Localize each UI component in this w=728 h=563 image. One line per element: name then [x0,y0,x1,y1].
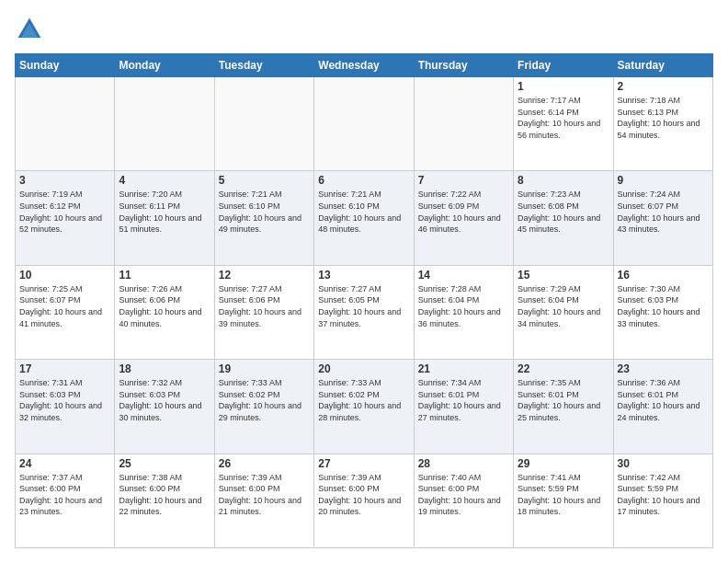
day-info: Sunrise: 7:22 AM Sunset: 6:09 PM Dayligh… [418,189,509,235]
calendar-cell: 15Sunrise: 7:29 AM Sunset: 6:04 PM Dayli… [514,265,613,359]
calendar-cell: 1Sunrise: 7:17 AM Sunset: 6:14 PM Daylig… [514,77,613,171]
calendar-cell: 7Sunrise: 7:22 AM Sunset: 6:09 PM Daylig… [414,171,513,265]
calendar-cell: 22Sunrise: 7:35 AM Sunset: 6:01 PM Dayli… [514,360,613,454]
calendar-cell: 23Sunrise: 7:36 AM Sunset: 6:01 PM Dayli… [613,360,712,454]
calendar-cell: 16Sunrise: 7:30 AM Sunset: 6:03 PM Dayli… [613,265,712,359]
calendar-cell: 30Sunrise: 7:42 AM Sunset: 5:59 PM Dayli… [613,454,712,547]
calendar-cell: 24Sunrise: 7:37 AM Sunset: 6:00 PM Dayli… [16,454,115,547]
calendar-cell: 29Sunrise: 7:41 AM Sunset: 5:59 PM Dayli… [514,454,613,547]
day-number: 10 [19,269,110,282]
day-number: 28 [418,457,509,470]
calendar-cell: 27Sunrise: 7:39 AM Sunset: 6:00 PM Dayli… [314,454,414,547]
day-number: 6 [318,174,409,187]
calendar-row: 3Sunrise: 7:19 AM Sunset: 6:12 PM Daylig… [16,171,713,265]
day-number: 15 [518,269,609,282]
calendar-cell: 5Sunrise: 7:21 AM Sunset: 6:10 PM Daylig… [214,171,313,265]
calendar-day-header: Sunday [16,54,115,77]
day-info: Sunrise: 7:28 AM Sunset: 6:04 PM Dayligh… [418,283,509,329]
calendar-cell [314,77,414,171]
calendar-day-header: Monday [115,54,214,77]
day-number: 29 [518,457,609,470]
calendar-day-header: Thursday [414,54,513,77]
calendar-row: 1Sunrise: 7:17 AM Sunset: 6:14 PM Daylig… [16,77,713,171]
calendar-cell: 17Sunrise: 7:31 AM Sunset: 6:03 PM Dayli… [16,360,115,454]
day-info: Sunrise: 7:23 AM Sunset: 6:08 PM Dayligh… [518,189,609,235]
day-number: 17 [19,362,110,375]
calendar-cell [414,77,513,171]
calendar-cell [214,77,313,171]
day-number: 13 [318,269,409,282]
day-info: Sunrise: 7:19 AM Sunset: 6:12 PM Dayligh… [19,189,110,235]
day-info: Sunrise: 7:40 AM Sunset: 6:00 PM Dayligh… [418,472,509,518]
calendar-day-header: Wednesday [314,54,414,77]
day-number: 4 [119,174,210,187]
day-info: Sunrise: 7:37 AM Sunset: 6:00 PM Dayligh… [19,472,110,518]
day-info: Sunrise: 7:17 AM Sunset: 6:14 PM Dayligh… [518,95,609,141]
calendar-day-header: Friday [514,54,613,77]
day-info: Sunrise: 7:24 AM Sunset: 6:07 PM Dayligh… [618,189,709,235]
day-info: Sunrise: 7:21 AM Sunset: 6:10 PM Dayligh… [318,189,409,235]
day-info: Sunrise: 7:31 AM Sunset: 6:03 PM Dayligh… [19,377,110,423]
day-info: Sunrise: 7:30 AM Sunset: 6:03 PM Dayligh… [618,283,709,329]
calendar-cell [16,77,115,171]
calendar-cell: 18Sunrise: 7:32 AM Sunset: 6:03 PM Dayli… [115,360,214,454]
day-number: 7 [418,174,509,187]
day-number: 11 [119,269,210,282]
calendar-row: 10Sunrise: 7:25 AM Sunset: 6:07 PM Dayli… [16,265,713,359]
day-number: 21 [418,362,509,375]
day-info: Sunrise: 7:42 AM Sunset: 5:59 PM Dayligh… [618,472,709,518]
day-info: Sunrise: 7:39 AM Sunset: 6:00 PM Dayligh… [219,472,310,518]
calendar-cell: 10Sunrise: 7:25 AM Sunset: 6:07 PM Dayli… [16,265,115,359]
day-info: Sunrise: 7:27 AM Sunset: 6:05 PM Dayligh… [318,283,409,329]
day-number: 19 [219,362,310,375]
day-number: 23 [618,362,709,375]
day-number: 2 [618,80,709,93]
day-number: 20 [318,362,409,375]
calendar-cell: 26Sunrise: 7:39 AM Sunset: 6:00 PM Dayli… [214,454,313,547]
day-number: 5 [219,174,310,187]
day-number: 12 [219,269,310,282]
day-info: Sunrise: 7:33 AM Sunset: 6:02 PM Dayligh… [318,377,409,423]
day-number: 16 [618,269,709,282]
day-info: Sunrise: 7:18 AM Sunset: 6:13 PM Dayligh… [618,95,709,141]
logo-icon [15,15,44,44]
day-number: 30 [618,457,709,470]
calendar-cell: 9Sunrise: 7:24 AM Sunset: 6:07 PM Daylig… [613,171,712,265]
day-info: Sunrise: 7:21 AM Sunset: 6:10 PM Dayligh… [219,189,310,235]
calendar-cell: 6Sunrise: 7:21 AM Sunset: 6:10 PM Daylig… [314,171,414,265]
day-info: Sunrise: 7:38 AM Sunset: 6:00 PM Dayligh… [119,472,210,518]
day-number: 8 [518,174,609,187]
day-info: Sunrise: 7:36 AM Sunset: 6:01 PM Dayligh… [618,377,709,423]
calendar-cell: 25Sunrise: 7:38 AM Sunset: 6:00 PM Dayli… [115,454,214,547]
day-info: Sunrise: 7:35 AM Sunset: 6:01 PM Dayligh… [518,377,609,423]
calendar-cell: 13Sunrise: 7:27 AM Sunset: 6:05 PM Dayli… [314,265,414,359]
calendar-cell: 28Sunrise: 7:40 AM Sunset: 6:00 PM Dayli… [414,454,513,547]
calendar-cell: 11Sunrise: 7:26 AM Sunset: 6:06 PM Dayli… [115,265,214,359]
day-number: 1 [518,80,609,93]
calendar-day-header: Tuesday [214,54,313,77]
day-number: 3 [19,174,110,187]
calendar-cell [115,77,214,171]
day-info: Sunrise: 7:39 AM Sunset: 6:00 PM Dayligh… [318,472,409,518]
day-info: Sunrise: 7:25 AM Sunset: 6:07 PM Dayligh… [19,283,110,329]
day-info: Sunrise: 7:41 AM Sunset: 5:59 PM Dayligh… [518,472,609,518]
day-number: 26 [219,457,310,470]
day-number: 25 [119,457,210,470]
logo [15,15,48,44]
calendar-cell: 12Sunrise: 7:27 AM Sunset: 6:06 PM Dayli… [214,265,313,359]
calendar-cell: 14Sunrise: 7:28 AM Sunset: 6:04 PM Dayli… [414,265,513,359]
day-number: 14 [418,269,509,282]
calendar-cell: 2Sunrise: 7:18 AM Sunset: 6:13 PM Daylig… [613,77,712,171]
calendar-cell: 19Sunrise: 7:33 AM Sunset: 6:02 PM Dayli… [214,360,313,454]
day-info: Sunrise: 7:27 AM Sunset: 6:06 PM Dayligh… [219,283,310,329]
day-number: 27 [318,457,409,470]
header [15,15,713,44]
calendar-cell: 8Sunrise: 7:23 AM Sunset: 6:08 PM Daylig… [514,171,613,265]
page: SundayMondayTuesdayWednesdayThursdayFrid… [0,0,728,563]
day-info: Sunrise: 7:29 AM Sunset: 6:04 PM Dayligh… [518,283,609,329]
calendar-cell: 21Sunrise: 7:34 AM Sunset: 6:01 PM Dayli… [414,360,513,454]
day-info: Sunrise: 7:33 AM Sunset: 6:02 PM Dayligh… [219,377,310,423]
calendar-header-row: SundayMondayTuesdayWednesdayThursdayFrid… [16,54,713,77]
day-number: 18 [119,362,210,375]
day-number: 9 [618,174,709,187]
